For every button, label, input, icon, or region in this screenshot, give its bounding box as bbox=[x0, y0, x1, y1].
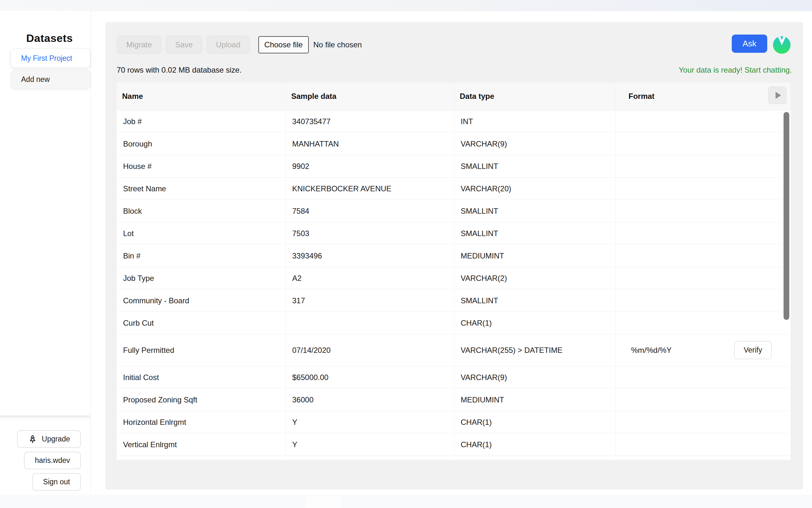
table-row: Vertical Enlrgmt Y CHAR(1) bbox=[117, 433, 791, 456]
rows-summary-text: 70 rows with 0.02 MB database size. bbox=[117, 66, 242, 75]
cell-data-type: MEDIUMINT bbox=[454, 389, 615, 411]
cell-sample-data: 07/14/2020 bbox=[285, 334, 454, 366]
cell-name: Borough bbox=[117, 133, 285, 155]
cell-sample-data: 7584 bbox=[285, 200, 454, 222]
cell-name: House # bbox=[117, 155, 285, 177]
cell-name: Block bbox=[117, 200, 285, 222]
column-header-name: Name bbox=[117, 83, 285, 110]
table-row: Bin # 3393496 MEDIUMINT bbox=[117, 245, 791, 267]
cell-name: Street Name bbox=[117, 177, 285, 200]
cell-name: Lot bbox=[117, 222, 285, 244]
cell-data-type: VARCHAR(9) bbox=[454, 366, 615, 388]
verify-button[interactable]: Verify bbox=[734, 341, 772, 359]
cell-format bbox=[615, 290, 791, 311]
cell-name: Curb Cut bbox=[117, 312, 285, 334]
column-header-sample-data: Sample data bbox=[285, 83, 454, 110]
ask-button[interactable]: Ask bbox=[732, 35, 767, 53]
cell-name: Job Type bbox=[117, 267, 285, 289]
table-row: House # 9902 SMALLINT bbox=[117, 155, 791, 177]
cell-format bbox=[615, 155, 791, 177]
cell-data-type: VARCHAR(9) bbox=[454, 133, 615, 155]
table-body: Job # 340735477 INT Borough MANHATTAN VA… bbox=[117, 110, 791, 460]
cell-format bbox=[615, 433, 791, 456]
cell-sample-data bbox=[285, 456, 454, 460]
column-header-format: Format bbox=[615, 83, 791, 110]
column-header-data-type: Data type bbox=[454, 83, 615, 110]
sidebar: Datasets My First Project Add new Upgrad… bbox=[0, 11, 91, 492]
sidebar-item-my-first-project[interactable]: My First Project bbox=[10, 49, 91, 68]
cell-format bbox=[615, 389, 791, 411]
sign-out-button[interactable]: Sign out bbox=[32, 473, 81, 491]
username-button[interactable]: haris.wdev bbox=[24, 452, 81, 469]
schema-table: Name Sample data Data type Format Job # … bbox=[117, 83, 791, 460]
cell-format bbox=[615, 312, 791, 334]
cell-sample-data: 3393496 bbox=[285, 245, 454, 267]
cell-data-type: SMALLINT bbox=[454, 155, 615, 177]
cell-data-type: VARCHAR(255) > DATETIME bbox=[454, 334, 615, 366]
table-row: Curb Cut CHAR(1) bbox=[117, 312, 791, 334]
cell-sample-data: KNICKERBOCKER AVENUE bbox=[285, 177, 454, 200]
cell-format bbox=[615, 456, 791, 460]
expand-column-button[interactable] bbox=[768, 86, 786, 104]
table-row: Job # 340735477 INT bbox=[117, 110, 791, 133]
page-title: Datasets bbox=[26, 32, 91, 44]
username-label: haris.wdev bbox=[35, 456, 70, 465]
cell-format bbox=[615, 411, 791, 433]
table-header: Name Sample data Data type Format bbox=[117, 83, 791, 110]
cell-data-type: INT bbox=[454, 110, 615, 132]
table-row: Borough MANHATTAN VARCHAR(9) bbox=[117, 133, 791, 155]
migrate-button[interactable]: Migrate bbox=[117, 36, 161, 54]
cell-sample-data: Y bbox=[285, 433, 454, 456]
sign-out-label: Sign out bbox=[43, 478, 70, 486]
cell-format bbox=[615, 110, 791, 132]
cell-data-type: CHAR(1) bbox=[454, 433, 615, 456]
play-icon bbox=[775, 92, 781, 99]
cell-name: Fully Permitted bbox=[117, 334, 285, 366]
table-row bbox=[117, 456, 791, 460]
cell-name: Job # bbox=[117, 110, 285, 132]
cell-name: Proposed Zoning Sqft bbox=[117, 389, 285, 411]
cell-format bbox=[615, 177, 791, 200]
table-row: Street Name KNICKERBOCKER AVENUE VARCHAR… bbox=[117, 177, 791, 200]
cell-data-type: CHAR(1) bbox=[454, 312, 615, 334]
cell-sample-data: 9902 bbox=[285, 155, 454, 177]
add-new-label: Add new bbox=[21, 75, 50, 84]
no-file-chosen-text: No file chosen bbox=[313, 40, 362, 49]
footer-fragment bbox=[305, 496, 341, 508]
cell-name: Horizontal Enlrgmt bbox=[117, 411, 285, 433]
cell-format bbox=[615, 133, 791, 155]
table-row: Community - Board 317 SMALLINT bbox=[117, 290, 791, 312]
main-panel: Migrate Save Upload Choose file No file … bbox=[105, 22, 803, 490]
table-row: Fully Permitted 07/14/2020 VARCHAR(255) … bbox=[117, 334, 791, 366]
cell-sample-data: 340735477 bbox=[285, 110, 454, 132]
cell-sample-data: Y bbox=[285, 411, 454, 433]
table-row: Lot 7503 SMALLINT bbox=[117, 222, 791, 245]
sidebar-item-add-new[interactable]: Add new bbox=[10, 70, 91, 89]
save-button[interactable]: Save bbox=[165, 36, 202, 54]
upgrade-button[interactable]: Upgrade bbox=[17, 430, 81, 448]
cell-name: Community - Board bbox=[117, 290, 285, 311]
cell-data-type: MEDIUMINT bbox=[454, 245, 615, 267]
cell-data-type: VARCHAR(2) bbox=[454, 267, 615, 289]
cell-sample-data: 317 bbox=[285, 290, 454, 311]
cell-data-type: SMALLINT bbox=[454, 222, 615, 244]
cell-format bbox=[615, 267, 791, 289]
project-label: My First Project bbox=[21, 54, 72, 63]
cell-sample-data: MANHATTAN bbox=[285, 133, 454, 155]
footer-band bbox=[0, 495, 812, 508]
table-row: Initial Cost $65000.00 VARCHAR(9) bbox=[117, 366, 791, 389]
cell-name bbox=[117, 456, 285, 460]
vertical-scrollbar-thumb[interactable] bbox=[783, 112, 789, 320]
toolbar: Migrate Save Upload Choose file No file … bbox=[117, 36, 362, 54]
upload-button[interactable]: Upload bbox=[206, 36, 250, 54]
top-banner bbox=[0, 0, 812, 11]
choose-file-button[interactable]: Choose file bbox=[258, 36, 309, 53]
cell-format bbox=[615, 200, 791, 222]
cell-format bbox=[615, 222, 791, 244]
cell-sample-data: $65000.00 bbox=[285, 366, 454, 388]
v-logo-icon bbox=[773, 36, 791, 54]
avatar[interactable] bbox=[773, 36, 791, 54]
cell-data-type: VARCHAR(20) bbox=[454, 177, 615, 200]
cell-format bbox=[615, 245, 791, 267]
rocket-icon bbox=[28, 434, 37, 444]
